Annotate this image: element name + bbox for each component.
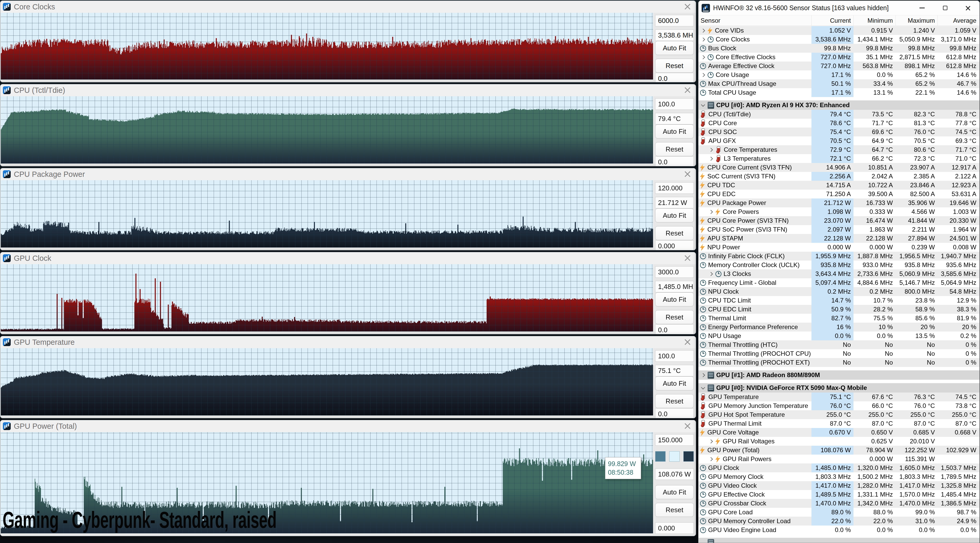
section-header[interactable]: GPU [#1]: AMD Radeon 880M/890M <box>698 370 980 380</box>
sensor-row[interactable]: GPU Thermal Limit87.0 °C87.0 °C87.0 °C87… <box>698 419 980 428</box>
sensor-row[interactable]: CPU EDC Limit50.9 %28.2 %58.9 %38.3 % <box>698 305 980 314</box>
sensor-row[interactable]: GPU Video Clock1,417.0 MHz1,282.0 MHz1,4… <box>698 481 980 490</box>
axis-min-value[interactable]: 0.0 <box>655 408 694 418</box>
axis-max-value[interactable]: 3000.0 <box>655 266 694 278</box>
sensor-row[interactable]: GPU Effective Clock1,489.5 MHz1,331.1 MH… <box>698 490 980 499</box>
panel-close-icon[interactable] <box>683 338 692 347</box>
auto-fit-button[interactable]: Auto Fit <box>655 41 694 55</box>
close-button[interactable] <box>956 1 980 15</box>
panel-titlebar[interactable]: CPU Package Power <box>0 168 696 180</box>
column-maximum[interactable]: Maximum <box>896 15 937 25</box>
sensor-row[interactable]: GPU Memory Controller Load22.0 %22.0 %31… <box>698 517 980 526</box>
axis-min-value[interactable]: 0.0 <box>655 73 694 83</box>
sensor-row[interactable]: GPU Rail Powers0.000 W115.391 W <box>698 454 980 464</box>
current-value-box[interactable]: 3,538.6 MHz <box>655 30 694 41</box>
axis-max-value[interactable]: 150.000 <box>655 434 694 446</box>
sensor-row[interactable]: Core Clocks3,538.6 MHz1,434.1 MHz5,050.9… <box>698 35 980 44</box>
axis-min-value[interactable]: 0.000 <box>655 240 694 250</box>
sensor-row[interactable]: Core Temperatures72.9 °C64.7 °C80.6 °C71… <box>698 145 980 154</box>
sensor-row[interactable]: CPU SOC75.4 °C69.6 °C76.0 °C74.5 °C <box>698 127 980 137</box>
auto-fit-button[interactable]: Auto Fit <box>655 485 694 499</box>
sensor-row[interactable]: Thermal Throttling (PROCHOT CPU)NoNoNo0 … <box>698 349 980 358</box>
panel-titlebar[interactable]: Core Clocks <box>0 1 696 13</box>
sensor-row[interactable]: CPU (Tctl/Tdie)79.4 °C73.5 °C82.3 °C78.8… <box>698 110 980 119</box>
panel-close-icon[interactable] <box>683 170 692 179</box>
chevron-right-icon[interactable] <box>709 210 713 214</box>
panel-close-icon[interactable] <box>683 2 692 11</box>
reset-button[interactable]: Reset <box>655 310 694 324</box>
chevron-right-icon[interactable] <box>709 272 713 276</box>
current-value-box[interactable]: 79.4 °C <box>655 113 694 124</box>
panel-titlebar[interactable]: CPU (Tctl/Tdie) <box>0 84 696 96</box>
chevron-right-icon[interactable] <box>709 439 713 443</box>
window-titlebar[interactable]: HWiNFO® 32 v8.16-5600 Sensor Status [163… <box>698 1 980 15</box>
sensor-row[interactable]: CPU Core Power (SVI3 TFN)23.070 W16.474 … <box>698 216 980 225</box>
sensor-row[interactable]: SoC Current (SVI3 TFN)2.256 A2.042 A2.38… <box>698 172 980 181</box>
sensor-row[interactable]: CPU EDC71.250 A39.500 A82.500 A53.631 A <box>698 190 980 198</box>
sensor-row[interactable]: GPU Memory Junction Temperature76.0 °C66… <box>698 402 980 410</box>
sensor-row[interactable]: Core Effective Clocks727.0 MHz35.1 MHz2,… <box>698 53 980 62</box>
panel-titlebar[interactable]: GPU Temperature <box>0 336 696 348</box>
color-swatch-3[interactable] <box>683 451 694 462</box>
sensor-row[interactable]: GPU Core Voltage0.670 V0.650 V0.685 V0.6… <box>698 428 980 437</box>
panel-titlebar[interactable]: GPU Power (Total) <box>0 420 696 432</box>
sensor-row[interactable]: GPU Video Engine Load0.0 %0.0 %0.0 %0.0 … <box>698 526 980 534</box>
sensor-row[interactable]: CPU TDC14.715 A10.722 A23.846 A12.923 A <box>698 181 980 190</box>
sensor-row[interactable]: CPU SoC Power (SVI3 TFN)2.097 W1.863 W2.… <box>698 225 980 234</box>
sensor-row[interactable]: NPU Usage0.0 %0.0 %13.5 %0.2 % <box>698 332 980 340</box>
graph-canvas-gpu-clock[interactable] <box>1 264 653 332</box>
sensor-row[interactable]: Thermal Throttling (PROCHOT EXT)NoNoNo0 … <box>698 358 980 367</box>
chevron-right-icon[interactable] <box>709 148 713 152</box>
graph-canvas-cpu-tctl-tdie[interactable] <box>1 96 653 164</box>
chevron-down-icon[interactable] <box>701 103 705 107</box>
axis-max-value[interactable]: 100.0 <box>655 350 694 362</box>
sensor-row[interactable]: Average Effective Clock727.0 MHz563.8 MH… <box>698 62 980 70</box>
column-current[interactable]: Current <box>811 15 853 25</box>
color-swatch-1[interactable] <box>655 451 666 462</box>
sensor-row[interactable]: GPU Hot Spot Temperature255.0 °C255.0 °C… <box>698 410 980 419</box>
sensor-row[interactable]: NPU Power0.000 W0.000 W0.239 W0.008 W <box>698 243 980 252</box>
sensor-row[interactable]: GPU Power (Total)108.076 W78.904 W122.25… <box>698 446 980 454</box>
sensor-row[interactable]: NPU Clock0.2 MHz0.2 MHz800.0 MHz54.8 MHz <box>698 287 980 296</box>
sensor-row[interactable]: Core Usage17.1 %0.0 %65.2 %14.6 % <box>698 70 980 79</box>
sensor-row[interactable]: GPU Crossbar Clock1,470.0 MHz1,342.0 MHz… <box>698 499 980 508</box>
current-value-box[interactable]: 1,485.0 MHz <box>655 281 694 292</box>
panel-close-icon[interactable] <box>683 86 692 95</box>
axis-min-value[interactable]: 0.000 <box>655 522 694 534</box>
sensor-row[interactable]: Thermal Limit82.7 %75.5 %85.6 %81.9 % <box>698 314 980 322</box>
chevron-right-icon[interactable] <box>701 73 705 77</box>
graph-canvas-core-clocks[interactable] <box>1 13 653 79</box>
sensor-table-body[interactable]: Core VIDs1.052 V0.915 V1.240 V1.059 VCor… <box>698 26 980 543</box>
chevron-right-icon[interactable] <box>701 55 705 59</box>
panel-close-icon[interactable] <box>683 254 692 263</box>
axis-min-value[interactable]: 0.0 <box>655 324 694 334</box>
reset-button[interactable]: Reset <box>655 59 694 73</box>
maximize-button[interactable] <box>934 1 956 15</box>
sensor-row[interactable]: CPU Core Current (SVI3 TFN)14.906 A10.85… <box>698 163 980 172</box>
axis-max-value[interactable]: 100.0 <box>655 98 694 110</box>
chevron-right-icon[interactable] <box>709 457 713 461</box>
sensor-row[interactable]: Total CPU Usage17.1 %13.1 %22.1 %14.6 % <box>698 88 980 97</box>
sensor-row[interactable]: CPU Core78.6 °C71.7 °C81.3 °C77.8 °C <box>698 119 980 127</box>
auto-fit-button[interactable]: Auto Fit <box>655 376 694 391</box>
current-value-box[interactable]: 108.076 W <box>655 468 694 480</box>
reset-button[interactable]: Reset <box>655 226 694 240</box>
sensor-row[interactable]: GPU Temperature75.1 °C67.6 °C76.3 °C74.5… <box>698 392 980 402</box>
column-average[interactable]: Average <box>937 15 980 25</box>
section-header[interactable]: GPU [#0]: NVIDIA GeForce RTX 5090 Max-Q … <box>698 383 980 392</box>
sensor-row[interactable]: Energy Performance Preference16 %10 %20 … <box>698 322 980 332</box>
axis-max-value[interactable]: 6000.0 <box>655 15 694 26</box>
sensor-row[interactable]: APU STAPM22.128 W22.128 W27.894 W24.501 … <box>698 234 980 243</box>
reset-button[interactable]: Reset <box>655 394 694 408</box>
chevron-right-icon[interactable] <box>701 37 705 41</box>
panel-titlebar[interactable]: GPU Clock <box>0 252 696 264</box>
axis-min-value[interactable]: 0.0 <box>655 156 694 167</box>
column-minimum[interactable]: Minimum <box>853 15 896 25</box>
sensor-row[interactable]: Max CPU/Thread Usage50.1 %33.4 %65.2 %46… <box>698 79 980 88</box>
sensor-row[interactable]: CPU Package Power21.712 W16.733 W35.906 … <box>698 198 980 207</box>
chevron-right-icon[interactable] <box>701 373 705 377</box>
chevron-right-icon[interactable] <box>701 29 705 33</box>
sensor-row[interactable]: GPU Core Load89.0 %88.0 %99.0 %98.7 % <box>698 508 980 517</box>
reset-button[interactable]: Reset <box>655 503 694 517</box>
sensor-row[interactable]: Thermal Throttling (HTC)NoNoNo0 % <box>698 340 980 349</box>
